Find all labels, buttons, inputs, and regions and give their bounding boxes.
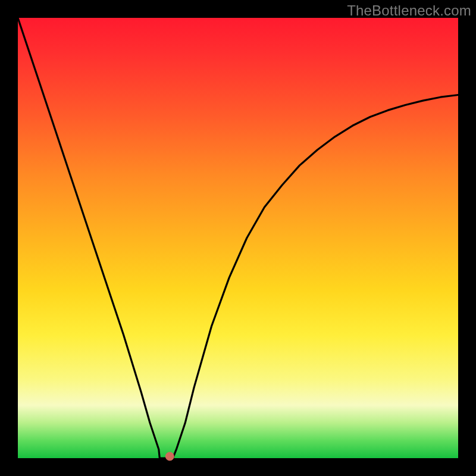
watermark-text: TheBottleneck.com	[347, 2, 471, 19]
bottleneck-curve-line	[18, 18, 458, 458]
chart-svg	[18, 18, 458, 458]
minimum-marker-dot	[165, 452, 174, 461]
chart-container: TheBottleneck.com	[0, 0, 476, 476]
